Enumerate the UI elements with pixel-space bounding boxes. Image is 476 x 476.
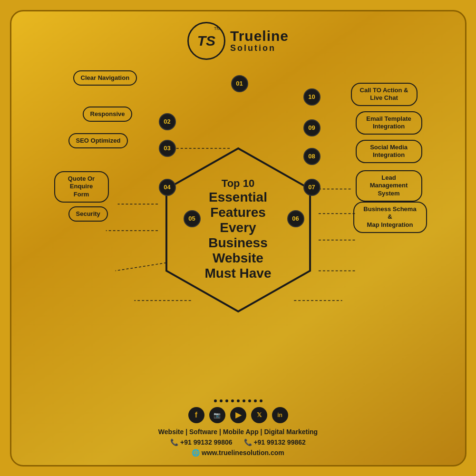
phone2: 📞 +91 99132 99862 [244,438,306,446]
label-responsive: Responsive [83,107,133,122]
main-area: 01 02 03 04 05 06 07 08 09 [11,60,465,399]
center-top: Top 10 [191,177,286,190]
card: TM TS Trueline Solution [10,10,466,466]
facebook-icon[interactable]: f [188,407,204,423]
footer: f 📷 ▶ 𝕏 in Website | Software | Mobile A… [11,399,465,465]
dot [248,399,251,402]
node-10: 10 [303,88,321,106]
footer-services: Website | Software | Mobile App | Digita… [158,428,318,436]
brand-subtitle: Solution [230,44,289,53]
dot [220,399,223,402]
node-06: 06 [287,210,304,227]
label-email: Email TemplateIntegration [356,111,422,135]
node-01: 01 [231,75,248,92]
dot [237,399,240,402]
node-02: 02 [159,113,176,130]
svg-line-4 [115,262,166,271]
logo-circle: TM TS [187,22,225,60]
label-clear-navigation: Clear Navigation [73,70,137,86]
center-main: EssentialFeaturesEvery BusinessWebsiteMu… [191,190,286,282]
dot [254,399,257,402]
social-row: f 📷 ▶ 𝕏 in [188,407,288,423]
node-08: 08 [303,148,321,165]
youtube-icon[interactable]: ▶ [230,407,246,423]
node-09: 09 [303,119,321,136]
dot [260,399,262,402]
node-05: 05 [184,210,201,227]
logo-area: TM TS Trueline Solution [187,22,289,60]
label-quote: Quote OrEnquire Form [54,171,109,203]
instagram-icon[interactable]: 📷 [209,407,225,423]
label-cta: Call TO Action &Live Chat [351,83,418,107]
label-social: Social MediaIntegration [356,140,422,164]
dot [243,399,245,402]
dot [231,399,234,402]
node-07: 07 [303,179,321,196]
dot [225,399,228,402]
label-schema: Business Schema &Map Integration [353,202,427,233]
dot [214,399,217,402]
linkedin-icon[interactable]: in [272,407,288,423]
phone1: 📞 +91 99132 99806 [170,438,232,446]
label-seo: SEO Optimized [68,133,128,149]
node-04: 04 [159,179,176,196]
logo-text: Trueline Solution [230,28,289,53]
label-security: Security [68,206,108,222]
label-lead: Lead ManagementSystem [356,170,422,202]
twitter-icon[interactable]: 𝕏 [251,407,267,423]
node-03: 03 [159,140,176,157]
footer-website: 🌐 www.truelinesolution.com [192,449,284,457]
brand-name: Trueline [230,28,289,44]
logo-tm: TM [214,26,220,31]
center-text: Top 10 EssentialFeaturesEvery BusinessWe… [191,177,286,282]
dots-row [214,399,262,402]
footer-contact: 📞 +91 99132 99806 📞 +91 99132 99862 [170,438,306,446]
